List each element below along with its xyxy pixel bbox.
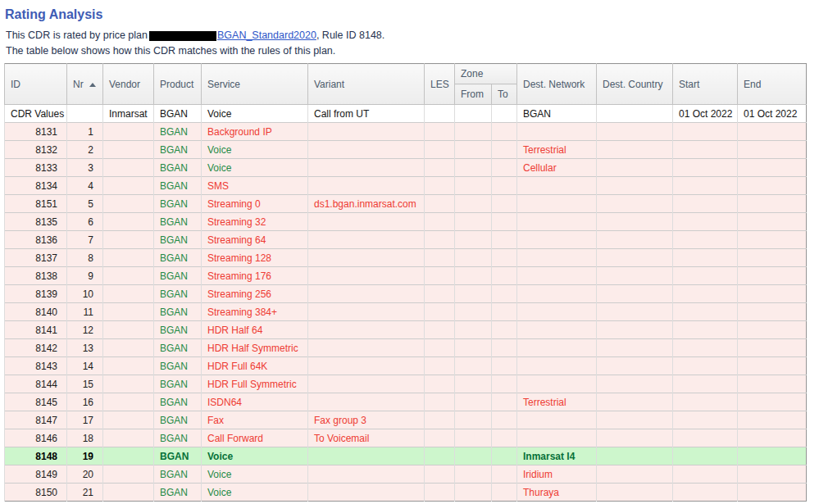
cell-product: BGAN [154,484,202,502]
rule-row[interactable]: 81344BGANSMS [5,177,807,195]
rule-row[interactable]: 81311BGANBackground IP [5,123,807,141]
column-header-les[interactable]: LES [425,64,455,105]
column-header-service[interactable]: Service [202,64,308,105]
rule-row[interactable]: 814920BGANVoiceIridium [5,465,807,484]
cell-zone-to [492,285,517,303]
cell-service: Streaming 176 [202,267,308,285]
cell-zone-from [455,285,492,303]
cell-zone-to [492,321,517,339]
cell-variant [308,357,425,375]
cell-les [425,177,455,195]
column-header-dest-network[interactable]: Dest. Network [517,64,597,105]
cell-vendor [103,303,154,321]
cell-nr: 15 [67,375,103,393]
cell-vendor [103,249,154,267]
cell-dest-country [597,123,673,141]
cell-id: 8132 [5,141,67,159]
cell-dest-network: Iridium [517,465,597,484]
cell-zone-from [455,321,492,339]
rule-row[interactable]: 814516BGANISDN64Terrestrial [5,393,807,411]
cell-zone-from [455,447,492,465]
rule-row[interactable]: 814314BGANHDR Full 64K [5,357,807,375]
sort-ascending-icon [89,83,96,87]
column-header-end[interactable]: End [738,64,807,105]
column-header-id[interactable]: ID [5,64,67,105]
cell-dest-network: Terrestrial [517,141,597,159]
rule-row[interactable]: 81389BGANStreaming 176 [5,267,807,285]
column-header-vendor[interactable]: Vendor [103,64,154,105]
rule-row[interactable]: 81356BGANStreaming 32 [5,213,807,231]
rule-row[interactable]: 81333BGANVoiceCellular [5,159,807,177]
cell-service: Streaming 64 [202,231,308,249]
cell-dest-network [517,123,597,141]
cell-les [425,393,455,411]
cell-dest-network: Inmarsat I4 [517,447,597,465]
column-header-nr[interactable]: Nr [67,64,103,105]
rule-row[interactable]: 814415BGANHDR Full Symmetric [5,375,807,393]
price-plan-link[interactable]: BGAN_Standard2020 [217,30,316,41]
column-header-product[interactable]: Product [154,64,202,105]
cell-id: 8140 [5,303,67,321]
cell-les [425,447,455,465]
column-header-zone-to[interactable]: To [492,84,517,105]
cell-end [738,339,807,357]
cell-start: 01 Oct 2022 [673,105,738,123]
cell-zone-from [455,411,492,429]
cell-service: Streaming 0 [202,195,308,213]
cell-zone-from [455,303,492,321]
cdr-values-row[interactable]: CDR ValuesInmarsatBGANVoiceCall from UTB… [5,105,807,123]
cell-les [425,357,455,375]
rule-row[interactable]: 814819BGANVoiceInmarsat I4 [5,447,807,465]
cell-start [673,267,738,285]
column-header-start[interactable]: Start [673,64,738,105]
cell-les [425,339,455,357]
column-header-dest-country[interactable]: Dest. Country [597,64,673,105]
cell-vendor [103,393,154,411]
rule-row[interactable]: 814011BGANStreaming 384+ [5,303,807,321]
cell-zone-to [492,357,517,375]
cell-id: 8143 [5,357,67,375]
cell-dest-country [597,465,673,484]
rule-row[interactable]: 81367BGANStreaming 64 [5,231,807,249]
column-header-variant[interactable]: Variant [308,64,425,105]
rule-row[interactable]: 814717BGANFaxFax group 3 [5,411,807,429]
cell-variant [308,249,425,267]
cell-end [738,213,807,231]
cell-zone-to [492,303,517,321]
cell-nr: 17 [67,411,103,429]
cell-product: BGAN [154,123,202,141]
cell-dest-country [597,141,673,159]
rule-row[interactable]: 815021BGANVoiceThuraya [5,484,807,502]
cell-id: CDR Values [5,105,67,123]
cell-service: Voice [202,447,308,465]
cell-product: BGAN [154,429,202,447]
rule-row[interactable]: 814618BGANCall ForwardTo Voicemail [5,429,807,447]
cell-zone-from [455,357,492,375]
rule-row[interactable]: 81515BGANStreaming 0ds1.bgan.inmarsat.co… [5,195,807,213]
cell-end [738,429,807,447]
cell-end [738,159,807,177]
cell-zone-from [455,159,492,177]
cell-service: ISDN64 [202,393,308,411]
cell-service: Streaming 32 [202,213,308,231]
cell-start [673,357,738,375]
cell-end [738,411,807,429]
rule-row[interactable]: 814112BGANHDR Half 64 [5,321,807,339]
rule-row[interactable]: 813910BGANStreaming 256 [5,285,807,303]
cell-les [425,484,455,502]
page-title: Rating Analysis [5,7,819,22]
cell-vendor [103,465,154,484]
rule-row[interactable]: 81378BGANStreaming 128 [5,249,807,267]
cell-nr: 5 [67,195,103,213]
cell-dest-country [597,321,673,339]
cell-start [673,303,738,321]
cell-les [425,285,455,303]
cell-service: Voice [202,141,308,159]
rule-row[interactable]: 814213BGANHDR Half Symmetric [5,339,807,357]
column-header-zone[interactable]: Zone [455,64,517,84]
cell-vendor [103,231,154,249]
cell-start [673,339,738,357]
column-header-zone-from[interactable]: From [455,84,492,105]
rule-row[interactable]: 81322BGANVoiceTerrestrial [5,141,807,159]
cell-dest-country [597,177,673,195]
